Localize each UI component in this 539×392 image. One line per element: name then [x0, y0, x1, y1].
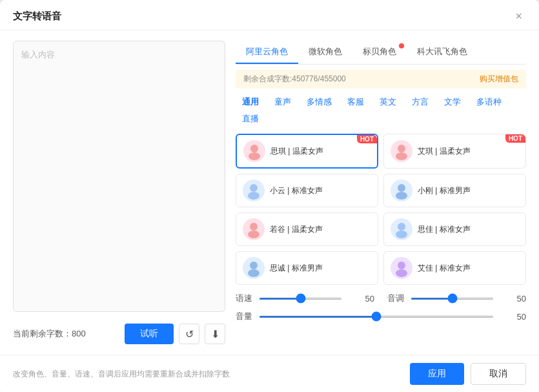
left-panel: 当前剩余字数：800 试听 ↺ ⬇: [13, 41, 225, 349]
provider-tabs: 阿里云角色 微软角色 标贝角色 科大讯飞角色: [236, 41, 526, 65]
buy-link[interactable]: 购买增值包: [480, 74, 518, 85]
footer-actions: 应用 取消: [410, 363, 526, 385]
voice-card-siqin[interactable]: 思琪 | 温柔女声 HOT: [236, 134, 378, 169]
voice-avatar-sicheng: [243, 257, 265, 279]
tab-aliyun[interactable]: 阿里云角色: [236, 41, 298, 64]
volume-value: 50: [503, 312, 526, 322]
volume-slider[interactable]: [259, 316, 494, 318]
apply-button[interactable]: 应用: [410, 363, 464, 385]
svg-point-15: [396, 269, 407, 277]
svg-point-9: [248, 231, 259, 238]
voice-name-ruogu: 若谷 | 温柔女声: [270, 224, 323, 235]
cat-tab-emotion[interactable]: 多情感: [300, 94, 338, 110]
cat-tab-service[interactable]: 客服: [341, 94, 371, 110]
svg-point-11: [396, 231, 407, 238]
speed-row: 语速 50 音调 50: [236, 293, 526, 304]
cat-tab-literature[interactable]: 文学: [438, 94, 467, 110]
category-tabs: 通用 童声 多情感 客服 英文 方言 文学 多语种 直播: [236, 94, 526, 127]
voice-avatar-xiaoyun: [243, 180, 265, 201]
volume-slider-wrap: [259, 316, 494, 318]
dialog-body: 当前剩余字数：800 试听 ↺ ⬇ 阿里云角色: [0, 30, 539, 349]
cat-tab-live[interactable]: 直播: [236, 110, 265, 127]
voice-card-aijia[interactable]: 艾佳 | 标准女声: [383, 251, 526, 285]
pitch-label: 音调: [387, 293, 405, 304]
reset-button[interactable]: ↺: [179, 324, 199, 344]
voice-avatar-sijia: [391, 218, 412, 240]
svg-point-6: [398, 184, 405, 192]
speed-slider[interactable]: [259, 298, 342, 300]
dialog-title: 文字转语音: [13, 10, 61, 23]
hot-badge-siqin: HOT: [357, 135, 377, 143]
voice-card-sicheng[interactable]: 思诚 | 标准男声: [236, 251, 378, 285]
voice-name-aijia: 艾佳 | 标准女声: [418, 263, 471, 274]
voice-name-xiaogang: 小刚 | 标准男声: [418, 185, 471, 196]
left-actions: 试听 ↺ ⬇: [125, 324, 225, 344]
cat-tab-english[interactable]: 英文: [373, 94, 403, 110]
close-button[interactable]: ×: [511, 9, 526, 23]
tab-microsoft[interactable]: 微软角色: [298, 41, 352, 64]
voice-name-xiaoyun: 小云 | 标准女声: [270, 185, 323, 196]
svg-point-12: [250, 262, 258, 269]
right-panel: 阿里云角色 微软角色 标贝角色 科大讯飞角色 剩余合成字数:450776/455…: [236, 41, 526, 349]
tab-xunfei[interactable]: 科大讯飞角色: [407, 41, 478, 64]
hot-badge-aizhen: HOT: [505, 134, 525, 143]
badge-biaobei: [399, 43, 404, 48]
footer-tip: 改变角色、音量、语速、音调后应用均需要重新合成并扣除字数: [13, 369, 230, 380]
speed-value: 50: [351, 294, 374, 304]
voice-card-aizhen[interactable]: 艾琪 | 温柔女声 HOT: [383, 134, 526, 169]
voice-name-sijia: 思佳 | 标准女声: [418, 224, 471, 235]
download-icon: ⬇: [211, 328, 219, 340]
svg-point-0: [250, 145, 258, 152]
pitch-slider-wrap: [411, 298, 494, 300]
voice-avatar-xiaogang: [391, 180, 412, 201]
pitch-value: 50: [503, 294, 526, 304]
cat-tab-child[interactable]: 童声: [268, 94, 298, 110]
cancel-button[interactable]: 取消: [471, 363, 526, 385]
volume-label: 音量: [236, 311, 254, 322]
cat-tab-general[interactable]: 通用: [236, 94, 265, 110]
info-bar: 剩余合成字数:450776/455000 购买增值包: [236, 70, 526, 88]
speed-label: 语速: [236, 293, 254, 304]
dialog-header: 文字转语音 ×: [0, 0, 539, 30]
pitch-slider[interactable]: [411, 298, 494, 300]
remaining-chars: 当前剩余字数：800: [13, 328, 86, 340]
svg-point-5: [248, 192, 259, 200]
svg-point-13: [248, 269, 259, 277]
voice-grid: 思琪 | 温柔女声 HOT 艾琪 | 温柔女声 HOT: [236, 134, 526, 285]
svg-point-14: [398, 262, 405, 269]
download-button[interactable]: ⬇: [205, 324, 225, 344]
svg-point-1: [249, 152, 260, 160]
cat-tab-multilang[interactable]: 多语种: [470, 94, 508, 110]
svg-point-2: [398, 145, 405, 152]
svg-point-4: [250, 184, 258, 192]
voice-name-aizhen: 艾琪 | 温柔女声: [418, 146, 471, 157]
svg-point-10: [398, 223, 405, 231]
voice-name-siqin: 思琪 | 温柔女声: [270, 146, 323, 157]
cat-tab-dialect[interactable]: 方言: [405, 94, 435, 110]
sliders-section: 语速 50 音调 50 音量 50: [236, 293, 526, 322]
svg-point-3: [396, 152, 407, 160]
volume-row: 音量 50: [236, 311, 526, 322]
speed-slider-wrap: [259, 298, 342, 300]
quota-info: 剩余合成字数:450776/455000: [243, 74, 346, 85]
voice-avatar-siqin: [243, 140, 265, 162]
text-input[interactable]: [13, 41, 225, 312]
voice-card-xiaoyun[interactable]: 小云 | 标准女声: [236, 174, 378, 207]
svg-point-7: [396, 192, 407, 200]
voice-card-xiaogang[interactable]: 小刚 | 标准男声: [383, 174, 526, 207]
voice-avatar-aijia: [391, 257, 412, 279]
tts-dialog: 文字转语音 × 当前剩余字数：800 试听 ↺ ⬇: [0, 0, 539, 392]
dialog-footer: 改变角色、音量、语速、音调后应用均需要重新合成并扣除字数 应用 取消: [0, 355, 539, 392]
reset-icon: ↺: [185, 328, 194, 340]
voice-avatar-aizhen: [391, 140, 412, 162]
trial-button[interactable]: 试听: [125, 324, 174, 344]
voice-card-sijia[interactable]: 思佳 | 标准女声: [383, 212, 526, 246]
voice-card-ruogu[interactable]: 若谷 | 温柔女声: [236, 212, 378, 246]
tab-biaobei[interactable]: 标贝角色: [352, 41, 407, 64]
voice-avatar-ruogu: [243, 218, 265, 240]
voice-name-sicheng: 思诚 | 标准男声: [270, 263, 323, 274]
svg-point-8: [250, 223, 258, 231]
left-bottom: 当前剩余字数：800 试听 ↺ ⬇: [13, 318, 225, 349]
